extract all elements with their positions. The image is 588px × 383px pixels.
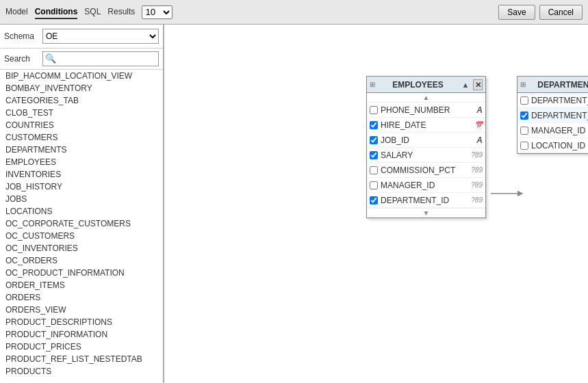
toolbar: Model Conditions SQL Results 10 25 50 10… bbox=[0, 0, 588, 25]
table-row[interactable]: DEPARTMENT_ID ?89 bbox=[367, 193, 485, 208]
col-checkbox[interactable] bbox=[370, 181, 378, 189]
table-list-item[interactable]: ORDERS_VIEW bbox=[0, 304, 163, 316]
canvas-area: ⊞ EMPLOYEES ▲ ✕ ▲ PHONE_NUMBER A HIRE_DA… bbox=[164, 25, 588, 383]
col-name[interactable]: MANAGER_ID bbox=[381, 181, 468, 190]
table-list-item[interactable]: EMPLOYEES bbox=[0, 156, 163, 168]
main-layout: Schema OE Search 🔍 BIP_HACOMM_LOCATION_V… bbox=[0, 25, 588, 383]
table-list-item[interactable]: OC_CUSTOMERS bbox=[0, 230, 163, 242]
col-name[interactable]: JOB_ID bbox=[381, 135, 474, 145]
table-row[interactable]: HIRE_DATE 📅 bbox=[367, 118, 485, 133]
table-list-item[interactable]: BIP_HACOMM_LOCATION_VIEW bbox=[0, 70, 163, 82]
table-row[interactable]: JOB_ID A bbox=[367, 133, 485, 148]
col-type-icon: ?89 bbox=[471, 151, 483, 159]
table-row[interactable]: SALARY ?89 bbox=[367, 148, 485, 163]
table-list-item[interactable]: ORDER_ITEMS bbox=[0, 279, 163, 291]
col-checkbox[interactable] bbox=[370, 151, 378, 159]
table-list-item[interactable]: BOMBAY_INVENTORY bbox=[0, 82, 163, 94]
col-type-icon: A bbox=[476, 135, 483, 145]
table-list-item[interactable]: OC_PRODUCT_INFORMATION bbox=[0, 267, 163, 279]
table-list-item[interactable]: JOB_HISTORY bbox=[0, 181, 163, 193]
table-row[interactable]: DEPARTMENT_NAME A bbox=[517, 108, 588, 123]
table-row[interactable]: COMMISSION_PCT ?89 bbox=[367, 163, 485, 178]
table-list-item[interactable]: JOBS bbox=[0, 193, 163, 205]
tab-model[interactable]: Model bbox=[5, 5, 28, 19]
table-row[interactable]: DEPARTMENT_ID ?89 bbox=[517, 93, 588, 108]
cancel-button[interactable]: Cancel bbox=[539, 5, 583, 20]
table-row[interactable]: MANAGER_ID ?89 bbox=[517, 123, 588, 138]
limit-select[interactable]: 10 25 50 100 bbox=[142, 5, 172, 19]
table-list-item[interactable]: CUSTOMERS bbox=[0, 131, 163, 144]
table-list-item[interactable]: COUNTRIES bbox=[0, 119, 163, 131]
search-wrapper: 🔍 bbox=[42, 51, 159, 66]
tab-conditions[interactable]: Conditions bbox=[35, 5, 78, 19]
search-row: Search 🔍 bbox=[0, 49, 163, 70]
col-name[interactable]: DEPARTMENT_NAME bbox=[531, 111, 588, 120]
table-list-item[interactable]: OC_CORPORATE_CUSTOMERS bbox=[0, 217, 163, 230]
table-row[interactable]: PHONE_NUMBER A bbox=[367, 103, 485, 118]
search-icon: 🔍 bbox=[45, 53, 56, 64]
col-type-icon: 📅 bbox=[474, 121, 483, 129]
col-checkbox[interactable] bbox=[370, 106, 378, 114]
table-list-item[interactable]: DEPARTMENTS bbox=[0, 144, 163, 156]
departments-table-header: ⊞ DEPARTMENTS ▲ ✕ bbox=[517, 77, 588, 93]
search-input[interactable] bbox=[42, 51, 159, 66]
employees-table-title: EMPLOYEES bbox=[378, 80, 458, 90]
col-name[interactable]: PHONE_NUMBER bbox=[381, 105, 474, 115]
table-list-item[interactable]: OC_INVENTORIES bbox=[0, 242, 163, 254]
table-list-item[interactable]: OC_ORDERS bbox=[0, 254, 163, 267]
col-checkbox[interactable] bbox=[370, 121, 378, 129]
table-list: BIP_HACOMM_LOCATION_VIEWBOMBAY_INVENTORY… bbox=[0, 70, 163, 383]
employees-scroll-area[interactable]: PHONE_NUMBER A HIRE_DATE 📅 JOB_ID A SALA… bbox=[367, 103, 485, 208]
col-type-icon: ?89 bbox=[471, 196, 483, 204]
col-type-icon: ?89 bbox=[471, 181, 483, 189]
col-name[interactable]: LOCATION_ID bbox=[531, 141, 588, 150]
col-checkbox[interactable] bbox=[370, 166, 378, 174]
tab-results[interactable]: Results bbox=[107, 5, 135, 19]
employees-close-btn[interactable]: ✕ bbox=[473, 79, 483, 90]
table-list-item[interactable]: PRODUCTS bbox=[0, 365, 163, 378]
departments-table-title: DEPARTMENTS bbox=[528, 80, 588, 90]
col-checkbox[interactable] bbox=[370, 196, 378, 204]
schema-label: Schema bbox=[4, 31, 38, 41]
employees-table: ⊞ EMPLOYEES ▲ ✕ ▲ PHONE_NUMBER A HIRE_DA… bbox=[366, 76, 486, 218]
table-list-item[interactable]: INVENTORIES bbox=[0, 168, 163, 181]
col-name[interactable]: MANAGER_ID bbox=[531, 126, 588, 135]
col-name[interactable]: COMMISSION_PCT bbox=[381, 166, 468, 175]
schema-row: Schema OE bbox=[0, 25, 163, 49]
col-name[interactable]: HIRE_DATE bbox=[381, 120, 472, 130]
table-row[interactable]: LOCATION_ID ?89 bbox=[517, 138, 588, 153]
col-checkbox[interactable] bbox=[520, 142, 528, 150]
table-list-item[interactable]: CLOB_TEST bbox=[0, 107, 163, 119]
table-list-item[interactable]: PRODUCT_INFORMATION bbox=[0, 328, 163, 341]
col-name[interactable]: DEPARTMENT_ID bbox=[531, 96, 588, 105]
schema-select[interactable]: OE bbox=[42, 29, 159, 44]
table-list-item[interactable]: LOCATIONS bbox=[0, 205, 163, 217]
table-list-item[interactable]: PRODUCT_DESCRIPTIONS bbox=[0, 316, 163, 328]
col-name[interactable]: SALARY bbox=[381, 150, 468, 160]
col-type-icon: ?89 bbox=[471, 166, 483, 174]
tab-sql[interactable]: SQL bbox=[84, 5, 101, 19]
departments-scroll-area[interactable]: DEPARTMENT_ID ?89 DEPARTMENT_NAME A MANA… bbox=[517, 93, 588, 153]
employees-scroll-down[interactable]: ▼ bbox=[367, 208, 485, 217]
col-checkbox[interactable] bbox=[520, 127, 528, 135]
table-list-item[interactable]: PRODUCT_PRICES bbox=[0, 341, 163, 353]
departments-table: ⊞ DEPARTMENTS ▲ ✕ DEPARTMENT_ID ?89 DEPA… bbox=[517, 76, 588, 154]
col-type-icon: A bbox=[476, 105, 483, 115]
table-list-item[interactable]: ORDERS bbox=[0, 291, 163, 304]
employees-table-header: ⊞ EMPLOYEES ▲ ✕ bbox=[367, 77, 485, 93]
save-button[interactable]: Save bbox=[498, 5, 535, 20]
search-label: Search bbox=[4, 54, 38, 64]
table-row[interactable]: MANAGER_ID ?89 bbox=[367, 178, 485, 193]
employees-scroll-up[interactable]: ▲ bbox=[367, 93, 485, 103]
toolbar-actions: Save Cancel bbox=[498, 5, 583, 20]
table-list-item[interactable]: PRODUCT_REF_LIST_NESTEDTAB bbox=[0, 353, 163, 365]
col-name[interactable]: DEPARTMENT_ID bbox=[381, 196, 468, 205]
col-checkbox[interactable] bbox=[520, 111, 528, 120]
table-icon: ⊞ bbox=[370, 81, 375, 88]
employees-minimize-btn[interactable]: ▲ bbox=[461, 80, 470, 90]
col-checkbox[interactable] bbox=[520, 96, 528, 105]
nav-tabs: Model Conditions SQL Results 10 25 50 10… bbox=[5, 5, 490, 19]
col-checkbox[interactable] bbox=[370, 136, 378, 144]
dept-table-icon: ⊞ bbox=[520, 81, 526, 88]
table-list-item[interactable]: CATEGORIES_TAB bbox=[0, 94, 163, 107]
